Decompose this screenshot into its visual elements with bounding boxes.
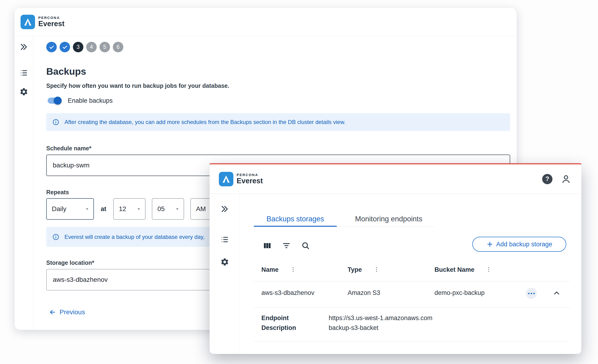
desktop-background: PERCONA Everest 3 4	[0, 0, 598, 364]
tab-monitoring-endpoints[interactable]: Monitoring endpoints	[343, 211, 434, 227]
step-5[interactable]: 5	[100, 42, 110, 52]
backup-storages-window: PERCONA Everest Backups s	[209, 163, 581, 354]
column-header-bucket-name[interactable]: Bucket Name	[434, 266, 474, 273]
minute-select[interactable]: 05	[152, 198, 184, 220]
step-3-active[interactable]: 3	[73, 42, 83, 52]
table-divider	[254, 307, 570, 307]
app-header: PERCONA Everest	[209, 164, 581, 194]
schedule-name-label: Schedule name*	[46, 145, 91, 152]
column-header-name[interactable]: Name	[261, 266, 279, 273]
step-1-complete[interactable]	[46, 42, 57, 52]
help-icon[interactable]	[542, 174, 552, 184]
check-icon	[62, 44, 68, 50]
wizard-stepper: 3 4 5 6	[46, 42, 123, 52]
filter-icon[interactable]	[282, 241, 291, 250]
meridiem-value: AM	[196, 205, 206, 213]
chevron-down-icon	[84, 206, 90, 212]
percona-everest-logo[interactable]: PERCONA Everest	[219, 172, 263, 186]
step-2-complete[interactable]	[59, 42, 70, 52]
expand-sidebar-icon[interactable]	[220, 204, 229, 213]
nav-sidebar	[209, 194, 240, 354]
info-icon	[52, 119, 59, 126]
description-label: Description	[261, 324, 296, 332]
nav-sidebar	[15, 36, 33, 330]
header-actions	[542, 174, 571, 184]
row-cell-bucket-name: demo-pxc-backup	[434, 289, 485, 297]
add-backup-storage-button[interactable]: Add backup storage	[472, 237, 566, 252]
plus-icon	[486, 241, 493, 248]
endpoint-value: https://s3.us-west-1.amazonaws.com	[329, 315, 432, 322]
endpoint-label: Endpoint	[261, 315, 289, 322]
minute-value: 05	[158, 205, 165, 213]
arrow-left-icon	[49, 308, 56, 316]
app-header: PERCONA Everest	[15, 8, 517, 36]
info-icon	[52, 234, 59, 241]
everest-mountain-icon	[21, 15, 35, 29]
brand-product: Everest	[237, 177, 263, 185]
active-tab-indicator	[254, 226, 337, 227]
search-icon[interactable]	[301, 241, 310, 250]
column-menu-icon[interactable]	[373, 266, 380, 273]
column-menu-icon[interactable]	[485, 266, 492, 273]
tab-backups-storages[interactable]: Backups storages	[254, 211, 337, 227]
settings-gear-icon[interactable]	[220, 258, 229, 267]
account-icon[interactable]	[561, 174, 571, 184]
enable-backups-toggle[interactable]	[47, 97, 62, 105]
storage-tabs: Backups storages Monitoring endpoints	[254, 211, 434, 227]
check-icon	[49, 44, 55, 50]
row-cell-name: aws-s3-dbazhenov	[261, 289, 315, 297]
logo-wordmark: PERCONA Everest	[237, 173, 263, 185]
previous-button[interactable]: Previous	[49, 308, 85, 316]
alert-text: Everest will create a backup of your dat…	[65, 234, 205, 240]
page-subtitle: Specify how often you want to run backup…	[46, 82, 229, 89]
chevron-down-icon	[136, 206, 142, 212]
backups-info-alert: After creating the database, you can add…	[46, 113, 510, 131]
storage-location-label: Storage location*	[46, 259, 94, 266]
add-backup-storage-label: Add backup storage	[496, 241, 552, 248]
repeats-label: Repeats	[46, 189, 69, 196]
brand-company: PERCONA	[237, 173, 263, 177]
row-cell-type: Amazon S3	[348, 289, 380, 297]
databases-list-icon[interactable]	[19, 68, 28, 77]
table-divider	[254, 341, 570, 342]
settings-gear-icon[interactable]	[19, 87, 28, 96]
previous-label: Previous	[59, 308, 85, 316]
hour-value: 12	[119, 205, 126, 213]
databases-list-icon[interactable]	[220, 235, 229, 244]
column-menu-icon[interactable]	[290, 266, 297, 273]
columns-icon[interactable]	[263, 241, 272, 250]
everest-mountain-icon	[219, 172, 233, 186]
logo-wordmark: PERCONA Everest	[38, 16, 65, 28]
enable-backups-label: Enable backups	[68, 97, 113, 104]
description-value: backup-s3-backet	[329, 324, 378, 332]
toggle-thumb	[54, 97, 62, 105]
percona-everest-logo[interactable]: PERCONA Everest	[21, 15, 65, 29]
collapse-row-icon[interactable]	[552, 289, 561, 297]
repeats-frequency-select[interactable]: Daily	[46, 198, 94, 220]
at-label: at	[97, 198, 110, 220]
page-title: Backups	[46, 66, 86, 77]
brand-company: PERCONA	[38, 16, 65, 20]
step-6[interactable]: 6	[113, 42, 123, 52]
chevron-down-icon	[174, 206, 180, 212]
column-header-type[interactable]: Type	[348, 266, 362, 273]
enable-backups-row: Enable backups	[47, 95, 113, 107]
hour-select[interactable]: 12	[113, 198, 146, 220]
repeats-frequency-value: Daily	[52, 205, 66, 213]
expand-sidebar-icon[interactable]	[19, 42, 28, 51]
table-divider	[254, 281, 570, 281]
brand-product: Everest	[38, 20, 65, 28]
step-4[interactable]: 4	[86, 42, 97, 52]
row-actions-button[interactable]	[526, 288, 537, 299]
alert-text: After creating the database, you can add…	[65, 119, 346, 125]
